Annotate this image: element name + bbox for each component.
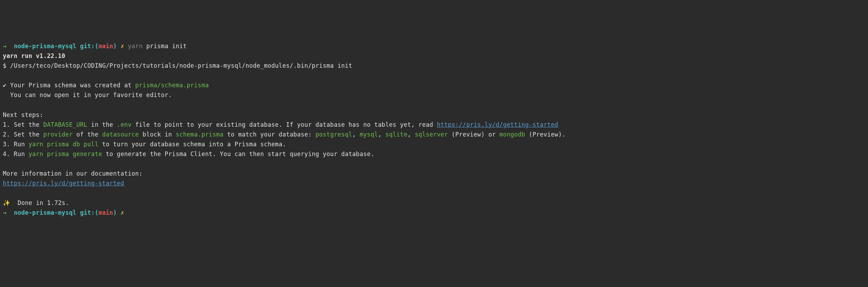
documentation-link[interactable]: https://pris.ly/d/getting-started — [3, 180, 124, 187]
check-icon: ✔ — [3, 82, 7, 89]
dollar-prefix: $ — [3, 62, 10, 69]
step2-mid1: of the — [73, 131, 102, 138]
dirty-indicator-2: ✗ — [120, 209, 124, 216]
database-url-var: DATABASE_URL — [43, 121, 87, 128]
db-sqlite: sqlite — [385, 131, 407, 138]
command-yarn: yarn — [128, 43, 142, 50]
more-info-text: More information in our documentation: — [3, 170, 142, 177]
dirty-indicator: ✗ — [120, 43, 124, 50]
preview2: (Preview). — [525, 131, 566, 138]
prompt-arrow: → — [3, 43, 7, 50]
step3-suffix: to turn your database schema into a Pris… — [98, 141, 286, 148]
terminal-output: → node-prisma-mysql git:(main) ✗ yarn pr… — [3, 41, 865, 218]
step2-mid2: block in — [139, 131, 176, 138]
git-branch-2: main — [98, 209, 113, 216]
git-branch: main — [98, 43, 113, 50]
step4-prefix: 4. Run — [3, 150, 29, 157]
prompt-arrow-2: → — [3, 209, 7, 216]
yarn-version-line: yarn run v1.22.10 — [3, 52, 65, 59]
schema-path: prisma/schema.prisma — [135, 82, 209, 89]
git-suffix-2: ) — [113, 209, 117, 216]
git-suffix: ) — [113, 43, 117, 50]
db-pull-cmd: yarn prisma db pull — [29, 141, 98, 148]
command-args: prisma init — [146, 43, 187, 50]
step2-mid3: to match your database: — [223, 131, 315, 138]
preview1: (Preview) or — [448, 131, 500, 138]
provider-keyword: provider — [43, 131, 73, 138]
next-steps-heading: Next steps: — [3, 111, 43, 118]
generate-cmd: yarn prisma generate — [29, 150, 102, 157]
step1-mid1: in the — [87, 121, 117, 128]
db-postgresql: postgresql — [316, 131, 352, 138]
db-mongodb: mongodb — [499, 131, 525, 138]
db-mysql: mysql — [360, 131, 378, 138]
step1-prefix: 1. Set the — [3, 121, 43, 128]
db-sqlserver: sqlserver — [415, 131, 448, 138]
exec-path: /Users/teco/Desktop/CODING/Projects/tuto… — [10, 62, 352, 69]
prompt-dir-2: node-prisma-mysql — [14, 209, 76, 216]
getting-started-link-inline[interactable]: https://pris.ly/d/getting-started — [437, 121, 558, 128]
schema-file: schema.prisma — [176, 131, 223, 138]
datasource-keyword: datasource — [102, 131, 139, 138]
sparkle-icon: ✨ — [3, 199, 10, 206]
step2-prefix: 2. Set the — [3, 131, 43, 138]
env-file: .env — [117, 121, 132, 128]
done-text: Done in 1.72s. — [10, 199, 69, 206]
git-prefix-2: git:( — [80, 209, 98, 216]
step3-prefix: 3. Run — [3, 141, 29, 148]
step1-mid2: file to point to your existing database.… — [132, 121, 437, 128]
step4-suffix: to generate the Prisma Client. You can t… — [102, 150, 374, 157]
open-editor-text: You can now open it in your favorite edi… — [3, 91, 172, 98]
git-prefix: git:( — [80, 43, 98, 50]
prompt-dir: node-prisma-mysql — [14, 43, 76, 50]
schema-created-text: Your Prisma schema was created at — [7, 82, 135, 89]
